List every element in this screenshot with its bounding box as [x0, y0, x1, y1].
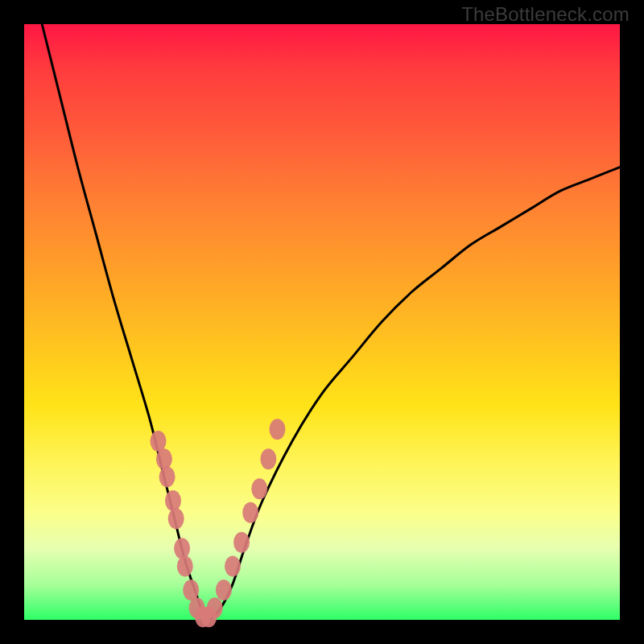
- marker-dot: [159, 466, 175, 487]
- marker-dot: [233, 532, 250, 553]
- marker-dot: [183, 580, 199, 601]
- marker-dot: [251, 478, 267, 499]
- marker-dot: [216, 580, 232, 601]
- marker-dot: [177, 555, 193, 576]
- marker-dot: [270, 419, 286, 440]
- marker-dot: [225, 555, 241, 576]
- chart-frame: TheBottleneck.com: [0, 0, 644, 644]
- marker-dot: [165, 490, 181, 511]
- marker-dot: [156, 448, 172, 469]
- sample-markers: [151, 419, 286, 627]
- bottleneck-curve: [42, 24, 620, 620]
- marker-dot: [207, 597, 223, 618]
- watermark-text: TheBottleneck.com: [461, 3, 630, 26]
- chart-svg: [24, 24, 620, 620]
- marker-dot: [168, 508, 184, 529]
- marker-dot: [260, 448, 276, 469]
- marker-dot: [174, 538, 190, 559]
- marker-dot: [151, 431, 167, 452]
- marker-dot: [242, 502, 258, 523]
- plot-area: [24, 24, 620, 620]
